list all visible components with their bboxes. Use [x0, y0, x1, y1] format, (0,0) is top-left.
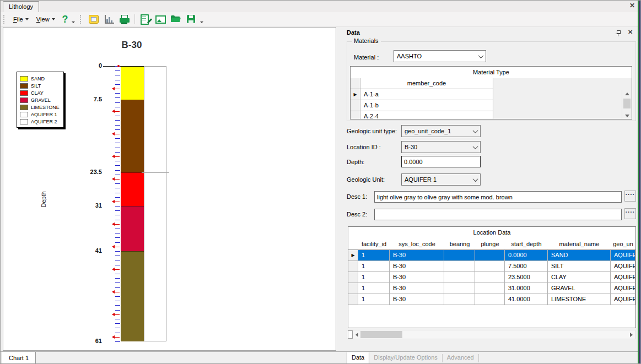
location-data-table: Location Data facility_idsys_loc_codebea…	[348, 226, 636, 328]
depth-tick	[115, 120, 120, 121]
location-column-header: facility_id	[358, 238, 390, 250]
location-table-cell	[475, 250, 505, 261]
depth-tick	[115, 152, 120, 153]
location-table-cell	[475, 261, 505, 272]
depth-tick	[115, 102, 120, 103]
depth-tick	[115, 341, 120, 342]
scroll-left-icon[interactable]	[353, 330, 360, 339]
location-table-cell: B-30	[390, 250, 444, 261]
location-table-cell: B-30	[390, 261, 444, 272]
window-close-icon[interactable]: ✕	[629, 2, 635, 9]
toolbar-grip-icon[interactable]	[3, 15, 6, 24]
tab-chart-1[interactable]: Chart 1	[2, 352, 36, 364]
location-table-cell: CLAY	[548, 272, 611, 283]
chevron-down-icon[interactable]	[476, 51, 486, 62]
location-table-hscrollbar[interactable]	[347, 330, 635, 339]
panel-splitter[interactable]	[336, 27, 341, 351]
material-table-row[interactable]: A-2-4	[351, 111, 493, 119]
scroll-down-icon[interactable]	[622, 112, 632, 119]
field-label-3: Geologic Unit:	[347, 176, 385, 183]
table-row[interactable]: ▶1B-300.0000SANDAQUIFE	[348, 250, 635, 261]
chevron-down-icon[interactable]	[471, 142, 480, 153]
table-row[interactable]: 1B-3031.0000GRAVELAQUIFE	[348, 283, 635, 294]
depth-arrow-shaft	[115, 111, 120, 112]
export-image-icon[interactable]	[155, 14, 166, 24]
desc2-input[interactable]	[374, 209, 622, 220]
depth-tick	[115, 107, 120, 107]
report-edit-icon[interactable]	[139, 14, 150, 24]
print-icon[interactable]	[119, 14, 130, 24]
tab-display-update-options[interactable]: Display/Update Options	[369, 352, 442, 364]
row-selector-cell	[351, 78, 360, 89]
table-row[interactable]: 1B-3023.5000CLAYAQUIFE	[348, 272, 635, 283]
table-row[interactable]: 1B-3041.0000LIMESTONEAQUIFE	[348, 294, 635, 305]
material-table-row[interactable]: ▶A-1-a	[351, 89, 493, 100]
depth-tick	[115, 282, 120, 283]
menu-view[interactable]: View	[33, 15, 59, 24]
legend-label: SAND	[31, 76, 45, 82]
field-select-3[interactable]: AQUIFER 1	[401, 173, 481, 186]
material-table-row[interactable]: A-1-b	[351, 100, 493, 111]
chevron-down-icon[interactable]	[471, 126, 480, 137]
aquifer-column	[144, 66, 166, 341]
location-column-header: plunge	[475, 238, 505, 250]
desc1-browse-button[interactable]: ····	[624, 191, 636, 202]
menu-caret-icon	[25, 18, 29, 20]
tab-advanced[interactable]: Advanced	[443, 352, 478, 364]
field-input-2[interactable]	[401, 156, 481, 167]
document-tab-strip: Lithology ✕	[1, 1, 640, 12]
depth-arrow-shaft	[115, 314, 120, 315]
depth-tick	[115, 193, 120, 193]
scrollbar-thumb[interactable]	[623, 99, 631, 108]
image-properties-icon[interactable]	[88, 14, 99, 24]
legend-swatch	[20, 119, 28, 124]
surface-marker-icon	[117, 65, 120, 67]
pin-icon[interactable]	[616, 30, 621, 36]
depth-tick	[115, 251, 120, 252]
location-column-header: bearing	[444, 238, 475, 250]
hscrollbar-thumb[interactable]	[360, 331, 402, 338]
toolbar-grip2-icon[interactable]	[80, 15, 83, 24]
toolbar-overflow2-icon[interactable]	[200, 21, 203, 23]
depth-tick	[115, 328, 120, 328]
open-folder-icon[interactable]	[170, 14, 181, 24]
desc1-input[interactable]	[374, 191, 622, 203]
depth-tick	[115, 301, 120, 301]
panel-close-icon[interactable]: ✕	[628, 29, 633, 36]
location-column-header: material_name	[548, 238, 611, 250]
depth-tick	[115, 75, 120, 75]
tab-lithology[interactable]: Lithology	[3, 1, 39, 12]
help-icon[interactable]: ?	[62, 13, 68, 25]
menu-file[interactable]: File	[9, 15, 33, 24]
desc2-browse-button[interactable]: ····	[624, 208, 636, 219]
location-table-cell: B-30	[390, 294, 444, 305]
save-icon[interactable]	[186, 14, 197, 24]
table-row[interactable]: 1B-307.5000SILTAQUIFE	[348, 261, 635, 272]
chevron-down-icon[interactable]	[471, 174, 480, 185]
scroll-up-icon[interactable]	[622, 90, 632, 98]
location-table-cell: 1	[358, 294, 390, 305]
hscroll-grip[interactable]	[348, 330, 353, 339]
tab-data[interactable]: Data	[347, 352, 369, 364]
location-table-cell: 31.0000	[505, 283, 548, 294]
legend-swatch	[20, 97, 28, 103]
data-panel: Data ✕ Materials Material : AASHTO Mater…	[341, 27, 639, 351]
chart-icon[interactable]	[104, 14, 115, 24]
depth-arrow-shaft	[115, 292, 120, 292]
depth-axis-tick-label: 31	[69, 202, 102, 209]
material-table-scrollbar[interactable]	[622, 90, 632, 119]
row-selector-cell	[351, 111, 360, 119]
toolbar-overflow-icon[interactable]	[72, 21, 75, 23]
row-selector-cell	[351, 100, 360, 111]
row-selector-cell	[348, 261, 358, 272]
field-select-0[interactable]: geo_unit_code_1	[401, 125, 481, 137]
scroll-right-icon[interactable]	[627, 330, 635, 339]
depth-tick	[115, 210, 120, 211]
location-column-header: start_depth	[505, 238, 548, 250]
chart-title: B-30	[85, 40, 179, 51]
location-table-cell: AQUIFE	[611, 294, 635, 305]
material-select[interactable]: AASHTO	[394, 50, 486, 62]
field-select-1[interactable]: B-30	[401, 141, 481, 153]
lithology-segment-limestone	[121, 251, 144, 341]
depth-arrow-shaft	[115, 224, 120, 225]
